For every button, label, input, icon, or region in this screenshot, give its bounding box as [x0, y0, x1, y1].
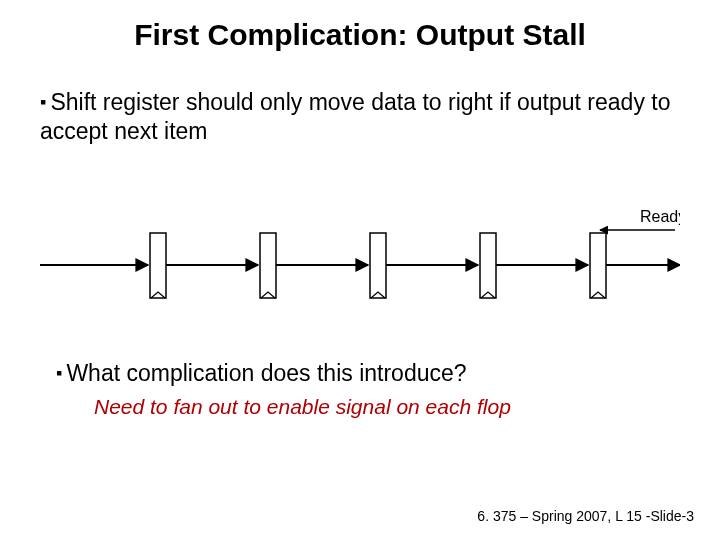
answer-text: Need to fan out to enable signal on each… — [94, 395, 511, 419]
ready-text: Ready — [640, 208, 680, 225]
flop-1 — [150, 233, 166, 298]
flop-3 — [370, 233, 386, 298]
slide-footer: 6. 375 – Spring 2007, L 15 -Slide-3 — [477, 508, 694, 524]
svg-rect-1 — [260, 233, 276, 298]
svg-rect-3 — [480, 233, 496, 298]
flop-5 — [590, 233, 606, 298]
svg-rect-0 — [150, 233, 166, 298]
shift-register-diagram: Ready — [40, 200, 680, 320]
slide: First Complication: Output Stall Shift r… — [0, 0, 720, 540]
slide-title: First Complication: Output Stall — [0, 18, 720, 52]
flop-2 — [260, 233, 276, 298]
svg-rect-2 — [370, 233, 386, 298]
flop-4 — [480, 233, 496, 298]
svg-rect-4 — [590, 233, 606, 298]
bullet-complication: What complication does this introduce? — [56, 360, 467, 387]
bullet-shift-register: Shift register should only move data to … — [40, 88, 680, 146]
